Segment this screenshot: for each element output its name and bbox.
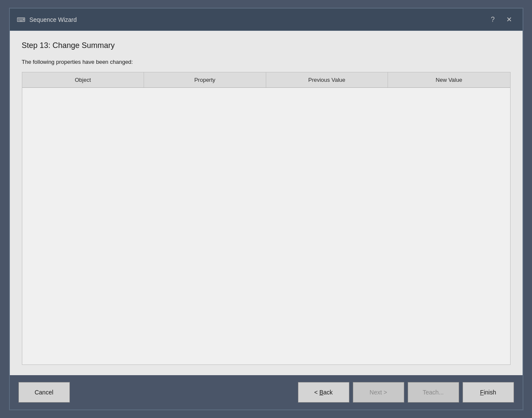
wizard-icon: ⌨ <box>17 15 25 24</box>
cancel-button[interactable]: Cancel <box>18 382 70 403</box>
content-area: Step 13: Change Summary The following pr… <box>10 31 523 375</box>
next-button[interactable]: Next > <box>353 382 404 403</box>
window-title: Sequence Wizard <box>30 16 487 23</box>
title-bar: ⌨ Sequence Wizard ? ✕ <box>10 9 523 31</box>
footer: Cancel < Back Next > Teach... Finish <box>10 375 523 409</box>
teach-button[interactable]: Teach... <box>408 382 459 403</box>
column-new-value: New Value <box>388 72 510 87</box>
wizard-window: ⌨ Sequence Wizard ? ✕ Step 13: Change Su… <box>9 8 523 410</box>
footer-right-buttons: < Back Next > Teach... Finish <box>298 382 514 403</box>
back-button[interactable]: < Back <box>298 382 349 403</box>
step-title: Step 13: Change Summary <box>22 41 511 50</box>
close-button[interactable]: ✕ <box>503 13 516 26</box>
column-previous-value: Previous Value <box>266 72 388 87</box>
table-header: Object Property Previous Value New Value <box>22 72 510 88</box>
finish-button[interactable]: Finish <box>463 382 514 403</box>
title-bar-controls: ? ✕ <box>487 13 516 26</box>
description-text: The following properties have been chang… <box>22 59 511 65</box>
changes-table: Object Property Previous Value New Value <box>22 72 511 365</box>
column-property: Property <box>144 72 266 87</box>
table-body <box>22 88 510 336</box>
column-object: Object <box>22 72 144 87</box>
help-button[interactable]: ? <box>487 13 499 26</box>
